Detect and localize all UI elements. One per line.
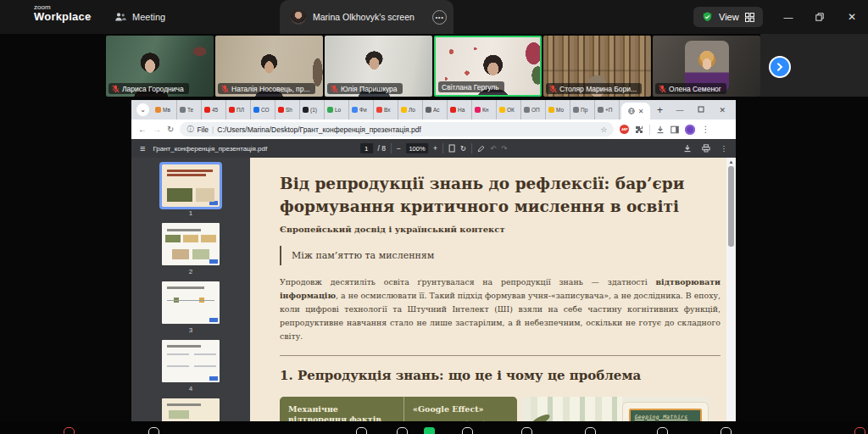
browser-pinned-tab[interactable]: Те [177, 100, 202, 120]
tab-options-button[interactable]: ••• [432, 10, 447, 25]
annotate-button[interactable] [477, 145, 485, 153]
minimize-button[interactable]: — [776, 0, 801, 34]
browser-pinned-tab[interactable]: +П [595, 100, 620, 120]
leave-icon[interactable] [854, 427, 865, 434]
chat-icon[interactable] [397, 427, 408, 434]
pdf-menu-button[interactable]: ≡ [140, 143, 145, 153]
zoom-in-button[interactable]: + [433, 144, 437, 153]
thumbnail-item[interactable]: 2 [162, 223, 220, 275]
scrollbar-up-arrow[interactable]: ▲ [726, 158, 736, 166]
thumbnail-page-number: 2 [162, 268, 220, 275]
tab-label: Мо [556, 107, 564, 113]
close-button[interactable]: ✕ [839, 0, 865, 34]
muted-mic-icon [331, 85, 338, 93]
sharer-avatar [291, 9, 306, 25]
rotate-button[interactable]: ↻ [460, 144, 466, 153]
view-menu-button[interactable]: View [693, 7, 763, 27]
microphone-muted-icon[interactable] [64, 427, 75, 434]
browser-pinned-tab[interactable]: Пр [570, 100, 595, 120]
pdf-download-button[interactable] [683, 144, 692, 153]
video-icon[interactable] [148, 427, 159, 434]
tab-shared-screen[interactable]: Marina Olkhovyk's screen ••• [280, 0, 453, 34]
new-tab-button[interactable]: + [657, 104, 663, 116]
browser-pinned-tab[interactable]: 45 [202, 100, 226, 120]
share-screen-icon[interactable] [424, 427, 435, 434]
browser-pinned-tab[interactable]: Мв [153, 100, 177, 120]
pdf-scrollbar[interactable]: ▲ [726, 158, 736, 424]
bookmark-star-icon[interactable]: ☆ [600, 125, 607, 134]
reload-button[interactable]: ↻ [167, 125, 174, 134]
workspace-chevron-icon[interactable]: ⌄ [86, 11, 93, 19]
profile-avatar[interactable] [685, 125, 695, 135]
browser-pinned-tab[interactable]: Мо [546, 100, 570, 120]
apps-icon[interactable] [585, 427, 596, 434]
pdf-more-button[interactable]: ⋮ [721, 144, 728, 153]
participant-tile[interactable]: Лариса Городнича [106, 36, 214, 97]
thumbnail-item[interactable]: 1 [162, 164, 220, 217]
adblock-extension-icon[interactable]: ABP [620, 125, 629, 134]
participant-tile[interactable]: Олена Семеног [653, 36, 760, 97]
undo-button[interactable]: ↶ [490, 144, 496, 153]
browser-pinned-tab[interactable]: ОК [497, 100, 521, 120]
browser-pinned-tab[interactable]: Lo [325, 100, 349, 120]
page-thumbnail[interactable] [162, 281, 220, 324]
slide-illustration: Geeping Mathirs [522, 397, 709, 424]
browser-pinned-tab[interactable]: ПЛ [226, 100, 251, 120]
browser-pinned-tab[interactable]: Ас [423, 100, 448, 120]
browser-pinned-tab[interactable]: СО [251, 100, 275, 120]
fit-page-button[interactable] [448, 144, 455, 153]
page-number-input[interactable]: 1 [360, 143, 373, 153]
browser-minimize-button[interactable]: — [676, 106, 683, 114]
omnibox[interactable]: ⓘ File | C:/Users/Marina/Desktop/Грант_к… [180, 122, 614, 136]
zoom-out-button[interactable]: − [397, 144, 401, 153]
whiteboard-icon[interactable] [657, 427, 668, 434]
participant-tile[interactable]: Столяр Марина Бори... [543, 36, 651, 97]
browser-pinned-tab[interactable]: Фи [349, 100, 374, 120]
record-icon[interactable] [462, 427, 473, 434]
paragraph-text: Упродовж десятиліть освіта ґрунтувалася … [280, 277, 656, 287]
browser-pinned-tab[interactable]: На [448, 100, 472, 120]
participants-icon[interactable] [356, 427, 367, 434]
forward-button[interactable]: → [153, 125, 161, 134]
browser-pinned-tab[interactable]: Кн [472, 100, 497, 120]
zoom-level[interactable]: 100% [406, 143, 428, 153]
back-button[interactable]: ← [138, 125, 147, 134]
pdf-print-button[interactable] [702, 144, 710, 153]
page-thumbnail[interactable] [162, 223, 220, 265]
scrollbar-thumb[interactable] [728, 166, 734, 247]
browser-restore-button[interactable] [698, 106, 704, 114]
browser-pinned-tab[interactable]: ОП [521, 100, 546, 120]
thumbnail-item[interactable]: 4 [162, 340, 220, 392]
browser-close-button[interactable]: ✕ [719, 106, 726, 114]
downloads-button[interactable] [656, 125, 665, 134]
reactions-icon[interactable] [521, 427, 532, 434]
extensions-puzzle-icon[interactable] [635, 125, 643, 134]
browser-addressbar: ← → ↻ ⓘ File | C:/Users/Marina/Desktop/Г… [131, 120, 736, 139]
thumbnail-item[interactable]: 3 [162, 281, 220, 334]
active-tab[interactable]: ✕ [621, 103, 650, 120]
participant-tile[interactable]: Юлія Паришкура [325, 36, 432, 97]
page-thumbnail[interactable] [162, 164, 220, 207]
browser-menu-button[interactable]: ⋮ [701, 125, 709, 134]
browser-pinned-tab[interactable]: (1) [300, 100, 325, 120]
redo-button[interactable]: ↷ [501, 144, 507, 153]
tab-search-button[interactable]: ⌄ [136, 103, 149, 116]
pdf-toolbar: ≡ Грант_конференція_презентація.pdf 1 / … [131, 139, 736, 158]
browser-pinned-tab[interactable]: Вх [374, 100, 398, 120]
restore-button[interactable] [807, 0, 832, 34]
participant-name: Юлія Паришкура [341, 85, 398, 93]
thumbnail-item[interactable]: 5 [162, 398, 220, 424]
next-participants-button[interactable] [769, 56, 791, 78]
page-thumbnail[interactable] [162, 340, 220, 382]
more-icon[interactable] [721, 427, 732, 434]
tab-close-button[interactable]: ✕ [638, 108, 644, 115]
tab-meeting[interactable]: Meeting [114, 0, 165, 34]
browser-pinned-tab[interactable]: Sh [275, 100, 300, 120]
page-thumbnail[interactable] [162, 398, 220, 424]
participant-tile[interactable]: Світлана Гергуль [434, 36, 542, 97]
side-panel-button[interactable] [670, 125, 679, 134]
browser-pinned-tab[interactable]: Ло [398, 100, 423, 120]
tab-favicon [303, 107, 309, 113]
participant-tile[interactable]: Наталія Носовець, пр... [215, 36, 323, 97]
tab-label: (1) [310, 107, 317, 113]
